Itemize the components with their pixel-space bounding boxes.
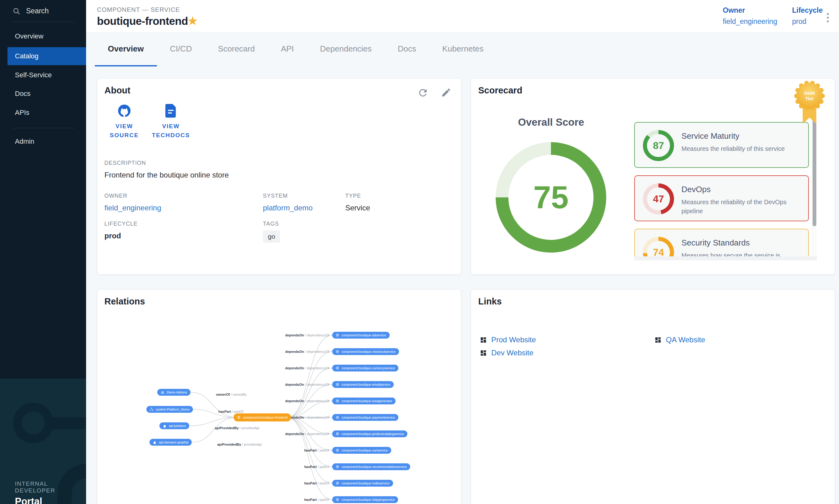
dashboard-icon — [480, 349, 487, 357]
overall-score-value: 75 — [496, 142, 606, 253]
tab-kubernetes[interactable]: Kubernetes — [429, 33, 497, 67]
tab-dependencies[interactable]: Dependencies — [307, 33, 385, 67]
graph-node-paymentservice[interactable]: component:boutique-paymentservice — [332, 414, 398, 421]
description-value: Frontend for the boutique online store — [104, 171, 229, 179]
lifecycle-value: prod — [792, 17, 823, 26]
tags-label: TAGS — [263, 221, 280, 227]
graph-node-recommendationservice[interactable]: component:boutique-recommendationservice — [332, 463, 410, 470]
edge-label: ownerOf / ownedBy — [216, 393, 247, 396]
system-label: SYSTEM — [263, 193, 313, 199]
system-value[interactable]: platform_demo — [263, 203, 313, 212]
tab-api[interactable]: API — [268, 33, 307, 67]
rule-title: DevOps — [682, 185, 710, 194]
scorecard-card: Scorecard Gold Tier Overall Score 75 74S… — [471, 78, 835, 275]
sidebar-item-docs[interactable]: Docs — [0, 86, 86, 101]
lifecycle-meta: Lifecycle prod — [792, 6, 823, 26]
portal-title: Portal — [15, 496, 86, 504]
edge-label: dependsOn / dependencyOf — [285, 366, 329, 370]
rule-description: Measures the reliability of the DevOps p… — [682, 198, 803, 216]
edge-label: apiProvidedBy / providesApi — [217, 443, 262, 446]
owner-value-link[interactable]: field_engineering — [723, 17, 777, 26]
gold-tier-badge: Gold Tier — [794, 80, 825, 129]
circuit-bar-shape — [50, 417, 86, 429]
external-link-prod-website[interactable]: Prod Website — [480, 336, 536, 344]
horizontal-scrollbar[interactable] — [634, 256, 817, 260]
scorecard-item-service-maturity[interactable]: 87Service MaturityMeasures the reliabili… — [634, 122, 809, 168]
refresh-icon[interactable] — [417, 87, 429, 98]
sidebar-item-admin[interactable]: Admin — [0, 134, 86, 149]
graph-node-loadgenerator[interactable]: component:boutique-loadgenerator — [332, 398, 396, 404]
scorecard-item-security-standards[interactable]: 74Security StandardsMeasures how secure … — [634, 229, 809, 260]
overall-score-donut: 75 — [496, 142, 606, 253]
graph-edges — [97, 290, 461, 504]
sidebar-item-catalog[interactable]: Catalog — [7, 47, 86, 65]
tab-overview[interactable]: Overview — [95, 33, 157, 67]
external-link-dev-website[interactable]: Dev Website — [480, 348, 533, 357]
entity-kind-breadcrumb: COMPONENT — SERVICE — [97, 6, 180, 13]
tab-docs[interactable]: Docs — [385, 33, 429, 67]
dashboard-icon — [654, 337, 662, 344]
scorecard-item-devops[interactable]: 47DevOpsMeasures the reliability of the … — [634, 175, 809, 221]
scorecard-rules-list: 74Security StandardsMeasures how secure … — [634, 114, 817, 260]
graph-node-productcatalogservice[interactable]: component:boutique-productcatalogservice — [332, 430, 407, 437]
sidebar-item-overview[interactable]: Overview — [0, 29, 86, 44]
owner-value[interactable]: field_engineering — [104, 203, 161, 212]
sidebar-divider — [13, 128, 74, 128]
graph-node-adservice[interactable]: component:boutique-adservice — [332, 332, 390, 339]
sidebar: Search OverviewCatalogSelf-ServiceDocsAP… — [0, 0, 86, 504]
sidebar-item-apis[interactable]: APIs — [0, 105, 86, 120]
edge-label: hasPart / partOf — [304, 481, 329, 485]
lifecycle-value: prod — [104, 232, 138, 240]
scorecard-title: Scorecard — [478, 85, 523, 95]
techdocs-icon — [165, 104, 177, 118]
page-title: boutique-frontend — [97, 15, 188, 27]
star-icon[interactable]: ★ — [187, 14, 198, 28]
tab-scorecard[interactable]: Scorecard — [205, 33, 268, 67]
rule-description: Measures the reliability of this service — [682, 144, 803, 153]
svg-text:Tier: Tier — [805, 96, 814, 101]
graph-node-emailservice[interactable]: component:boutique-emailservice — [332, 381, 394, 388]
type-value: Service — [345, 203, 370, 212]
tags-value[interactable]: go — [263, 230, 280, 243]
graph-node-boutique-frontend[interactable]: component:boutique-frontend — [234, 413, 291, 421]
circuit-ring-shape — [13, 403, 53, 443]
edge-label: hasPart / partOf — [304, 465, 329, 469]
graph-node-api-starwars-graphql[interactable]: api:starwars-graphql — [150, 439, 192, 446]
more-options-icon[interactable] — [825, 11, 831, 24]
edge-label: apiProvidedBy / providesApi — [215, 426, 259, 430]
graph-node-system-platform-demo[interactable]: system:Platform_Demo — [147, 406, 193, 413]
scrollbar-thumb[interactable] — [812, 114, 816, 226]
edge-label: hasPart / partOf — [304, 498, 329, 502]
view-source-link[interactable]: VIEW SOURCE — [104, 104, 144, 140]
portal-eyebrow: INTERNAL DEVELOPER — [15, 481, 86, 494]
graph-node-shippingservice[interactable]: component:boutique-shippingservice — [332, 496, 398, 503]
owner-label: OWNER — [104, 193, 161, 199]
overall-score-label: Overall Score — [471, 116, 631, 128]
github-icon — [118, 104, 131, 118]
description-label: DESCRIPTION — [104, 160, 229, 166]
edge-label: dependsOn / dependencyOf — [285, 383, 329, 386]
owner-label[interactable]: Owner — [723, 6, 777, 15]
rule-title: Service Maturity — [682, 131, 739, 141]
edge-label: dependsOn / dependencyOf — [285, 399, 329, 403]
graph-node-currencyservice[interactable]: component:boutique-currencyservice — [332, 365, 398, 372]
edit-icon[interactable] — [441, 87, 451, 98]
about-card: About VIEW SOURCE VIEW TECHDOCS DESCRIPT… — [97, 78, 461, 275]
graph-node-checkoutservice[interactable]: component:boutique-checkoutservice — [332, 348, 399, 355]
view-techdocs-link[interactable]: VIEW TECHDOCS — [144, 104, 197, 140]
relations-card: Relations Demo AdminsownerOf / ownedBysy… — [97, 289, 461, 504]
edge-label: hasPart / partOf — [304, 448, 329, 452]
type-label: TYPE — [345, 193, 370, 199]
graph-node-redisservice[interactable]: component:boutique-redisservice — [332, 480, 393, 487]
graph-node-cartservice[interactable]: component:boutique-cartservice — [332, 447, 391, 454]
sidebar-item-self-service[interactable]: Self-Service — [0, 68, 86, 83]
search-input[interactable]: Search — [13, 7, 49, 15]
tab-ci-cd[interactable]: CI/CD — [157, 33, 205, 67]
external-link-qa-website[interactable]: QA Website — [654, 336, 705, 344]
graph-node-demo-admins[interactable]: Demo Admins — [157, 389, 190, 396]
rule-title: Security Standards — [682, 238, 750, 248]
search-icon — [13, 7, 20, 15]
about-title: About — [104, 85, 131, 95]
edge-label: dependsOn / dependencyOf — [285, 350, 329, 354]
graph-node-api-petstore[interactable]: api:petstore — [159, 422, 189, 429]
